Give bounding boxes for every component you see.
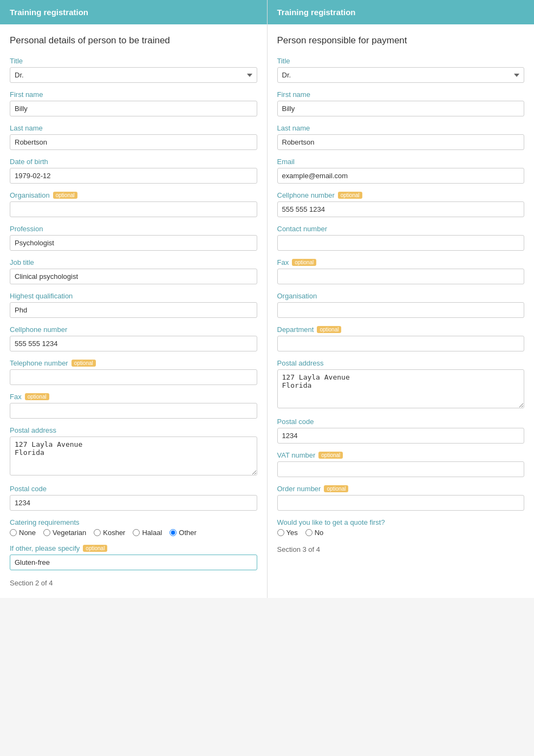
right-firstname-input[interactable] bbox=[277, 101, 525, 116]
right-email-group: Email bbox=[277, 158, 525, 184]
right-lastname-input[interactable] bbox=[277, 134, 525, 150]
right-fax-optional-badge: optional bbox=[292, 259, 316, 266]
left-panel-header: Training registration bbox=[0, 0, 267, 24]
quote-yes-option[interactable]: Yes bbox=[277, 529, 298, 537]
right-email-label: Email bbox=[277, 158, 295, 166]
left-lastname-label: Last name bbox=[10, 124, 43, 132]
left-postal-address-input[interactable]: 127 Layla Avenue Florida bbox=[10, 436, 257, 475]
right-cellphone-label: Cellphone number bbox=[277, 191, 335, 199]
catering-none-option[interactable]: None bbox=[10, 529, 36, 537]
right-fax-input[interactable] bbox=[277, 269, 525, 284]
left-fax-input[interactable] bbox=[10, 403, 257, 419]
right-organisation-label: Organisation bbox=[277, 292, 317, 300]
right-postal-code-label: Postal code bbox=[277, 418, 314, 426]
left-firstname-input[interactable] bbox=[10, 101, 257, 116]
catering-vegetarian-radio[interactable] bbox=[43, 529, 50, 536]
right-panel-header: Training registration bbox=[268, 0, 535, 24]
left-telephone-label: Telephone number bbox=[10, 359, 68, 367]
left-jobtitle-label: Job title bbox=[10, 258, 34, 266]
left-organisation-input[interactable] bbox=[10, 201, 257, 217]
right-vat-optional-badge: optional bbox=[318, 452, 343, 459]
left-postal-address-label: Postal address bbox=[10, 426, 56, 434]
left-fax-group: Fax optional bbox=[10, 393, 257, 419]
right-postal-address-group: Postal address 127 Layla Avenue Florida bbox=[277, 359, 525, 410]
right-order-input[interactable] bbox=[277, 495, 525, 511]
right-firstname-label: First name bbox=[277, 90, 310, 99]
right-section-indicator: Section 3 of 4 bbox=[277, 545, 525, 553]
quote-yes-radio[interactable] bbox=[277, 529, 284, 536]
left-firstname-group: First name bbox=[10, 90, 257, 116]
right-postal-code-input[interactable] bbox=[277, 428, 525, 444]
right-vat-label: VAT number bbox=[277, 451, 316, 459]
catering-halaal-option[interactable]: Halaal bbox=[133, 529, 162, 537]
right-department-label: Department bbox=[277, 325, 314, 334]
right-contact-input[interactable] bbox=[277, 235, 525, 251]
right-quote-label: Would you like to get a quote first? bbox=[277, 518, 385, 526]
right-postal-address-input[interactable]: 127 Layla Avenue Florida bbox=[277, 369, 525, 408]
right-title-label: Title bbox=[277, 57, 290, 65]
left-telephone-optional-badge: optional bbox=[71, 360, 96, 367]
left-firstname-label: First name bbox=[10, 90, 43, 99]
left-if-other-optional-badge: optional bbox=[83, 545, 107, 552]
catering-vegetarian-option[interactable]: Vegetarian bbox=[43, 529, 86, 537]
left-telephone-input[interactable] bbox=[10, 369, 257, 385]
left-qualification-input[interactable] bbox=[10, 302, 257, 318]
left-organisation-group: Organisation optional bbox=[10, 191, 257, 217]
left-fax-optional-badge: optional bbox=[25, 393, 49, 400]
left-profession-group: Profession bbox=[10, 225, 257, 251]
right-title-select[interactable]: Mr. Mrs. Ms. Dr. Prof. bbox=[277, 67, 525, 83]
right-department-group: Department optional bbox=[277, 325, 525, 351]
left-telephone-group: Telephone number optional bbox=[10, 359, 257, 385]
left-qualification-group: Highest qualification bbox=[10, 292, 257, 318]
left-if-other-input[interactable] bbox=[10, 555, 257, 570]
catering-other-option[interactable]: Other bbox=[170, 529, 197, 537]
left-jobtitle-group: Job title bbox=[10, 258, 257, 284]
right-order-group: Order number optional bbox=[277, 485, 525, 511]
right-email-input[interactable] bbox=[277, 168, 525, 184]
left-title-select[interactable]: Mr. Mrs. Ms. Dr. Prof. bbox=[10, 67, 257, 83]
right-section-title: Person responsible for payment bbox=[277, 35, 525, 46]
right-postal-address-label: Postal address bbox=[277, 359, 324, 367]
catering-kosher-option[interactable]: Kosher bbox=[94, 529, 125, 537]
right-lastname-label: Last name bbox=[277, 124, 310, 132]
right-fax-label: Fax bbox=[277, 258, 289, 266]
right-firstname-group: First name bbox=[277, 90, 525, 116]
left-profession-input[interactable] bbox=[10, 235, 257, 251]
left-jobtitle-input[interactable] bbox=[10, 269, 257, 284]
right-fax-group: Fax optional bbox=[277, 258, 525, 284]
left-title-group: Title Mr. Mrs. Ms. Dr. Prof. bbox=[10, 57, 257, 83]
right-cellphone-input[interactable] bbox=[277, 201, 525, 217]
left-dob-label: Date of birth bbox=[10, 158, 48, 166]
right-lastname-group: Last name bbox=[277, 124, 525, 150]
right-order-label: Order number bbox=[277, 485, 321, 493]
right-department-optional-badge: optional bbox=[317, 326, 341, 333]
right-quote-group: Would you like to get a quote first? Yes… bbox=[277, 518, 525, 537]
left-lastname-group: Last name bbox=[10, 124, 257, 150]
right-vat-group: VAT number optional bbox=[277, 451, 525, 477]
left-profession-label: Profession bbox=[10, 225, 43, 233]
catering-halaal-radio[interactable] bbox=[133, 529, 140, 536]
left-catering-label: Catering requirements bbox=[10, 518, 80, 526]
right-contact-group: Contact number bbox=[277, 225, 525, 251]
left-postal-code-label: Postal code bbox=[10, 485, 47, 493]
left-lastname-input[interactable] bbox=[10, 134, 257, 150]
right-postal-code-group: Postal code bbox=[277, 418, 525, 444]
left-catering-group: Catering requirements None Vegetarian Ko… bbox=[10, 518, 257, 537]
catering-kosher-radio[interactable] bbox=[94, 529, 101, 536]
left-cellphone-input[interactable] bbox=[10, 336, 257, 351]
left-if-other-group: If other, please specify optional bbox=[10, 544, 257, 570]
left-dob-group: Date of birth bbox=[10, 158, 257, 184]
left-dob-input[interactable] bbox=[10, 168, 257, 184]
catering-none-radio[interactable] bbox=[10, 529, 17, 536]
right-title-group: Title Mr. Mrs. Ms. Dr. Prof. bbox=[277, 57, 525, 83]
left-organisation-label: Organisation bbox=[10, 191, 50, 199]
left-cellphone-group: Cellphone number bbox=[10, 325, 257, 351]
left-postal-code-input[interactable] bbox=[10, 495, 257, 511]
right-organisation-input[interactable] bbox=[277, 302, 525, 318]
catering-other-radio[interactable] bbox=[170, 529, 177, 536]
quote-no-radio[interactable] bbox=[305, 529, 312, 536]
right-department-input[interactable] bbox=[277, 336, 525, 351]
left-fax-label: Fax bbox=[10, 393, 22, 401]
quote-no-option[interactable]: No bbox=[305, 529, 324, 537]
right-vat-input[interactable] bbox=[277, 461, 525, 477]
